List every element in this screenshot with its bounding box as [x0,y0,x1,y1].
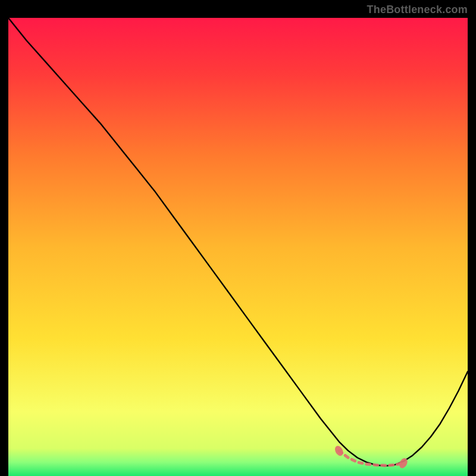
gradient-background [8,18,468,476]
chart-frame [8,18,468,476]
attribution-text: TheBottleneck.com [367,4,468,16]
chart-canvas [8,18,468,476]
